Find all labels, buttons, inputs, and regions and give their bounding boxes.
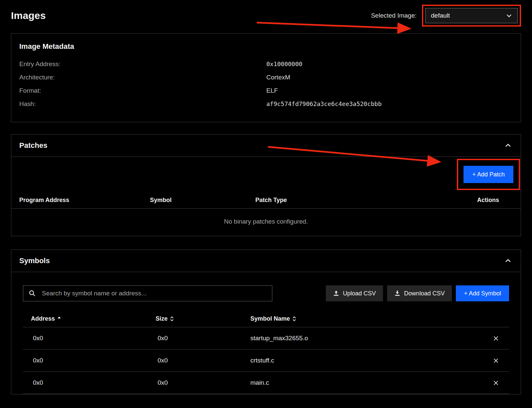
column-patch-type: Patch Type [255,197,452,204]
page-header: Images Selected Image: default [11,0,521,29]
patches-collapse-button[interactable] [503,141,513,150]
meta-row-hash: Hash: af9c574fd79062a3ce6c4ee3a520cbbb [19,97,513,111]
symbols-table-header: Address Size Symbol Name [23,312,509,327]
patches-empty-state: No binary patches configured. [11,209,521,236]
sort-icon [292,316,296,322]
delete-symbol-button[interactable] [491,378,501,388]
meta-value: CortexM [266,74,513,81]
patches-card: Patches + Add Patch Program Address Symb… [11,134,521,236]
cell-address: 0x0 [23,357,148,364]
meta-value: 0x10000000 [266,60,513,68]
cell-size: 0x0 [148,335,242,342]
symbols-body: Upload CSV Download CSV + Add Symbol Add… [11,272,521,394]
selected-image-label: Selected Image: [371,12,417,19]
meta-label: Format: [19,87,266,94]
column-program-address: Program Address [19,197,150,204]
meta-row-entry-address: Entry Address: 0x10000000 [19,57,513,71]
image-metadata-card: Image Metadata Entry Address: 0x10000000… [11,33,521,122]
column-address-label: Address [31,315,55,322]
cell-symbol-name: crtstuff.c [242,357,482,364]
symbol-search-input[interactable] [23,285,272,301]
meta-value: af9c574fd79062a3ce6c4ee3a520cbbb [266,100,513,108]
cell-symbol-name: startup_max32655.o [242,335,482,342]
annotation-box-add-patch: + Add Patch [457,159,520,190]
close-icon [493,357,499,364]
cell-size: 0x0 [148,357,242,364]
patches-header: Patches [11,135,521,157]
close-icon [493,335,499,342]
column-row-actions [482,315,509,322]
column-symbol-name-label: Symbol Name [250,315,290,322]
image-select-value: default [431,12,450,19]
upload-csv-label: Upload CSV [343,290,376,297]
meta-row-format: Format: ELF [19,84,513,97]
symbols-card: Symbols Upload CSV [11,250,521,394]
symbols-table: Address Size Symbol Name [23,312,509,394]
images-page: Images Selected Image: default Image Met… [0,0,532,394]
download-csv-label: Download CSV [404,290,445,297]
patches-title: Patches [19,141,47,150]
symbols-toolbar: Upload CSV Download CSV + Add Symbol [23,285,509,301]
meta-label: Architecture: [19,74,266,81]
table-row: 0x0 0x0 crtstuff.c [23,350,509,372]
upload-csv-button[interactable]: Upload CSV [326,285,383,301]
table-row: 0x0 0x0 startup_max32655.o [23,327,509,350]
meta-row-architecture: Architecture: CortexM [19,71,513,84]
cell-size: 0x0 [148,379,242,386]
chevron-up-icon [505,142,511,149]
table-row: 0x0 0x0 main.c [23,372,509,394]
add-patch-button[interactable]: + Add Patch [464,166,513,183]
column-actions: Actions [452,197,513,204]
meta-label: Entry Address: [19,60,266,68]
symbols-collapse-button[interactable] [503,256,513,265]
annotation-box-image-select: default [422,5,521,27]
download-csv-button[interactable]: Download CSV [387,285,452,301]
cell-address: 0x0 [23,335,148,342]
page-title: Images [11,10,46,21]
search-icon [29,290,35,296]
cell-symbol-name: main.c [242,379,482,386]
chevron-up-icon [505,257,511,264]
image-metadata-title: Image Metadata [19,42,513,51]
symbol-search [23,285,272,301]
patches-actions-row: + Add Patch [11,157,521,192]
close-icon [493,380,499,386]
meta-label: Hash: [19,100,266,108]
symbols-title: Symbols [19,256,50,265]
download-icon [394,290,400,296]
patches-table-header: Program Address Symbol Patch Type Action… [11,192,521,209]
symbols-header: Symbols [11,250,521,272]
meta-value: ELF [266,87,513,94]
add-symbol-button[interactable]: + Add Symbol [456,285,509,301]
column-size[interactable]: Size [148,315,242,322]
sort-ascending-icon [57,316,61,320]
sort-icon [170,316,174,322]
column-address[interactable]: Address [23,315,148,322]
column-size-label: Size [156,315,168,322]
column-symbol-name[interactable]: Symbol Name [242,315,482,322]
image-select[interactable]: default [425,8,518,23]
delete-symbol-button[interactable] [491,333,501,344]
upload-icon [333,290,339,296]
chevron-down-icon [506,13,512,19]
cell-address: 0x0 [23,379,148,386]
column-symbol: Symbol [150,197,255,204]
delete-symbol-button[interactable] [491,356,501,366]
selected-image-group: Selected Image: default [371,5,521,27]
